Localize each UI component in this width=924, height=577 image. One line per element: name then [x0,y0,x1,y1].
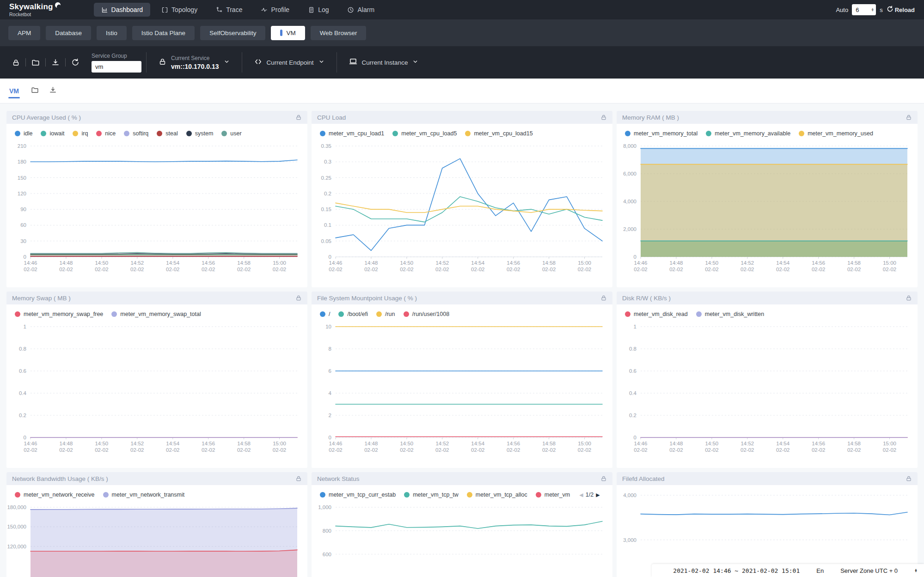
current-endpoint-select[interactable]: Current Endpoint [247,58,332,67]
legend-item-softirq[interactable]: softirq [124,130,148,137]
legend-label: meter_vm_network_receive [24,492,95,498]
panel-lock-icon[interactable] [906,295,912,301]
panel-lock-icon[interactable] [295,475,302,482]
nav-item-log[interactable]: Log [300,3,336,17]
service-group-block: Service Group [92,53,141,73]
panel-lock-icon[interactable] [600,295,607,301]
svg-text:02-02: 02-02 [202,267,215,272]
legend-item-meter-vm-cpu-load1[interactable]: meter_vm_cpu_load1 [320,130,384,137]
legend-dot [376,311,382,317]
panel-lock-icon[interactable] [295,114,302,121]
legend-item-meter-vm-tcp-alloc[interactable]: meter_vm_tcp_alloc [467,492,527,498]
brand-logo[interactable]: Skywalking Rocketbot [9,3,61,17]
legend-item-meter-vm-network-receive[interactable]: meter_vm_network_receive [15,492,95,498]
svg-text:15:00: 15:00 [578,260,591,266]
current-instance-label: Current Instance [362,59,408,66]
nav-item-topology[interactable]: Topology [154,3,205,17]
svg-text:0.8: 0.8 [19,346,26,352]
legend-pager-next[interactable]: ▶ [596,492,600,498]
auto-interval-spinner[interactable]: ▲▼ [871,8,874,12]
service-group-label: Service Group [92,53,141,59]
svg-text:02-02: 02-02 [740,267,754,272]
legend-item-meter-vm[interactable]: meter_vm [536,492,570,498]
time-range-picker[interactable]: 2021-02-02 14:46 ~ 2021-02-02 15:01 [673,567,800,574]
legend-item-meter-vm-cpu-load15[interactable]: meter_vm_cpu_load15 [465,130,532,137]
legend-item-user[interactable]: user [221,130,241,137]
reload-button[interactable]: Reload [887,6,915,14]
folder-toolbar-button[interactable] [26,58,45,67]
legend-item-meter-vm-cpu-load5[interactable]: meter_vm_cpu_load5 [392,130,457,137]
chart-network-bandwidth-usage: 120,000150,000180,00014:4602-0214:4802-0… [6,502,305,577]
reload-icon [887,6,893,14]
legend-item-system[interactable]: system [186,130,214,137]
chart-cpu-average-used: 030609012015018021014:4602-0214:4802-021… [6,140,305,274]
panel-lock-icon[interactable] [600,475,607,482]
legend-item-meter-vm-memory-used[interactable]: meter_vm_memory_used [799,130,873,137]
nav-item-trace[interactable]: Trace [208,3,250,17]
tab-database[interactable]: Database [46,26,91,40]
refresh-toolbar-button[interactable] [66,58,85,67]
service-group-input[interactable] [92,61,141,73]
legend-item-iowait[interactable]: iowait [41,130,64,137]
moon-logo-icon [54,1,61,10]
svg-text:0: 0 [634,435,636,440]
tab-web-browser[interactable]: Web Browser [311,26,367,40]
dashboard-tabs-row: APMDatabaseIstioIstio Data PlaneSelfObse… [0,19,924,46]
chart-disk-rw: 00.20.40.60.8114:4602-0214:4802-0214:500… [617,321,915,455]
language-switch[interactable]: En [816,567,824,574]
legend-item--[interactable]: / [320,311,330,317]
panel-lock-icon[interactable] [906,114,912,121]
legend-item--run-user-1008[interactable]: /run/user/1008 [404,311,450,317]
panel-lock-icon[interactable] [906,475,912,482]
tab-label: APM [18,30,31,36]
svg-text:0.2: 0.2 [324,191,331,196]
tab-vm[interactable]: VM [9,79,19,103]
svg-text:02-02: 02-02 [542,447,556,453]
nav-item-profile[interactable]: Profile [253,3,297,17]
tab-istio[interactable]: Istio [97,26,127,40]
legend-item-meter-vm-memory-swap-total[interactable]: meter_vm_memory_swap_total [111,311,201,317]
legend-pager-prev[interactable]: ◀ [579,492,583,498]
legend-item-meter-vm-tcp-curr-estab[interactable]: meter_vm_tcp_curr_estab [320,492,396,498]
legend-item-meter-vm-disk-written[interactable]: meter_vm_disk_written [696,311,765,317]
tab-istio-data-plane[interactable]: Istio Data Plane [132,26,195,40]
panel-cpu-load: CPU Loadmeter_vm_cpu_load1meter_vm_cpu_l… [312,111,612,287]
current-service-select[interactable]: Current Service vm::10.170.0.13 [151,55,237,70]
panel-header: Disk R/W ( KB/s ) [617,292,918,304]
legend-item-meter-vm-memory-total[interactable]: meter_vm_memory_total [625,130,698,137]
svg-text:02-02: 02-02 [507,267,520,272]
server-zone-spinner[interactable]: ▲▼ [914,569,918,572]
svg-text:0.05: 0.05 [321,238,331,244]
legend-item-meter-vm-network-transmit[interactable]: meter_vm_network_transmit [103,492,185,498]
folder-page-button[interactable] [31,86,39,94]
auto-interval-input[interactable]: 6 ▲▼ [852,4,876,15]
legend-item-irq[interactable]: irq [73,130,88,137]
nav-item-alarm[interactable]: Alarm [340,3,382,17]
legend-item-steal[interactable]: steal [157,130,177,137]
server-zone-control[interactable]: Server Zone UTC + 0 [840,567,898,574]
legend-item-meter-vm-memory-available[interactable]: meter_vm_memory_available [706,130,790,137]
svg-text:14:46: 14:46 [329,441,343,446]
legend-item-meter-vm-disk-read[interactable]: meter_vm_disk_read [625,311,688,317]
svg-text:14:58: 14:58 [847,441,861,446]
nav-item-dashboard[interactable]: Dashboard [94,3,151,17]
download-toolbar-button[interactable] [46,58,65,67]
tab-selfobservability[interactable]: SelfObservability [200,26,265,40]
panel-lock-icon[interactable] [600,114,607,121]
export-page-button[interactable] [49,86,57,94]
legend-item-meter-vm-tcp-tw[interactable]: meter_vm_tcp_tw [404,492,459,498]
legend-dot [124,131,129,136]
tab-vm[interactable]: VM [271,26,305,40]
legend-item--boot-efi[interactable]: /boot/efi [338,311,367,317]
legend-item-meter-vm-memory-swap-free[interactable]: meter_vm_memory_swap_free [15,311,103,317]
skywalking-dashboard: Skywalking Rocketbot DashboardTopologyTr… [0,0,924,577]
lock-toolbar-button[interactable] [6,59,25,67]
legend-item--run[interactable]: /run [376,311,395,317]
legend-item-nice[interactable]: nice [96,130,116,137]
tab-apm[interactable]: APM [8,26,40,40]
legend-item-idle[interactable]: idle [15,130,32,137]
current-instance-select[interactable]: Current Instance [342,57,426,67]
panel-lock-icon[interactable] [295,295,302,301]
nav-item-label: Log [318,6,329,13]
panel-fs-mountpoint-usage: File System Mountpoint Usage ( % )//boot… [312,292,612,468]
